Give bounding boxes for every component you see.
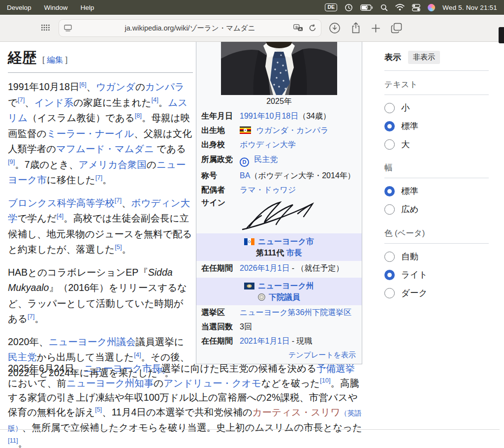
infobox-row-district: 選挙区 ニューヨーク第36州下院選挙区	[196, 305, 362, 320]
radio-option-color-dark[interactable]: ダーク	[384, 288, 489, 298]
wiki-link[interactable]: 民主党	[8, 352, 37, 362]
radio-icon[interactable]	[384, 204, 395, 215]
wiki-link[interactable]: アンドリュー・クオモ	[163, 378, 261, 388]
radio-option-text-small[interactable]: 小	[384, 102, 489, 113]
wiki-link[interactable]: ブロンクス科学高等学校	[8, 197, 115, 208]
wiki-link[interactable]: インド系	[34, 97, 73, 108]
wiki-link[interactable]: ラマ・ドゥワジ	[240, 186, 296, 194]
battery-icon[interactable]	[360, 4, 373, 11]
downloads-icon[interactable]	[329, 22, 341, 34]
text-run: （イスラム教徒）である	[28, 112, 135, 123]
text-run: HABとのコラボレーションEP『	[8, 267, 148, 278]
radio-icon[interactable]	[384, 288, 395, 298]
wiki-link[interactable]: ニューヨーク州議会	[48, 336, 135, 347]
assembly-seal-icon[interactable]	[258, 293, 265, 301]
wiki-link[interactable]: 2021年1月1日	[240, 337, 289, 345]
reference-link[interactable]: [10]	[320, 377, 330, 384]
office-title-link[interactable]: 下院議員	[269, 293, 300, 301]
reference-link[interactable]: [5]	[95, 406, 102, 413]
uganda-flag-icon[interactable]	[240, 127, 251, 134]
row-value: ボウディン大学	[240, 139, 357, 150]
radio-option-color-auto[interactable]: 自動	[384, 251, 489, 262]
input-source-indicator[interactable]: DE	[325, 3, 337, 11]
reference-link[interactable]: [8]	[135, 112, 142, 119]
signature-image[interactable]	[240, 198, 327, 231]
radio-icon[interactable]	[384, 270, 395, 280]
wiki-link[interactable]: アメリカ合衆国	[79, 159, 147, 170]
app-grid-icon[interactable]	[41, 25, 50, 32]
radio-option-width-standard[interactable]: 標準	[384, 186, 489, 196]
portrait-photo[interactable]	[221, 42, 337, 95]
radio-option-text-large[interactable]: 大	[384, 139, 489, 150]
democratic-party-icon[interactable]: D	[240, 158, 249, 167]
row-value-text: 民主党	[254, 155, 278, 163]
text-run: 、	[25, 97, 34, 108]
wiki-link[interactable]: マフムード・マムダニ	[56, 143, 154, 154]
reference-link[interactable]: [5]	[115, 243, 122, 251]
address-bar[interactable]: ja.wikipedia.org/wiki/ゾーラン・マムダニ	[59, 19, 321, 37]
radio-icon[interactable]	[384, 103, 395, 113]
reference-link[interactable]: [7]	[95, 174, 102, 181]
assistant-orb-icon[interactable]	[428, 4, 435, 11]
show-template-link[interactable]: テンプレートを表示	[196, 348, 362, 361]
hide-appearance-button[interactable]: 非表示	[408, 51, 440, 64]
menu-item-develop[interactable]: Develop	[7, 4, 32, 11]
wiki-link[interactable]: ミーラー・ナーイル	[46, 128, 134, 139]
text-run: の家庭に生まれた	[73, 97, 151, 108]
history-clock-icon[interactable]	[345, 3, 353, 12]
text-run: 、	[87, 81, 96, 92]
wiki-link[interactable]: ウガンダ	[96, 81, 135, 92]
wiki-link[interactable]: 1991年10月18日	[240, 112, 298, 120]
wiki-link[interactable]: ボウディン大学	[240, 140, 296, 149]
wiki-link[interactable]: カンパラ	[145, 81, 185, 92]
reference-link[interactable]: [6]	[79, 81, 86, 88]
share-icon[interactable]	[351, 22, 361, 34]
wifi-icon[interactable]	[395, 4, 405, 11]
radio-option-text-standard[interactable]: 標準	[384, 121, 489, 131]
macos-menu-bar: Develop Window Help DE Wed 5. Nov 21:51	[0, 0, 504, 15]
reference-link[interactable]: [4]	[151, 96, 158, 103]
menu-item-window[interactable]: Window	[44, 4, 68, 11]
reference-link[interactable]: [7]	[28, 313, 34, 320]
reference-link[interactable]: [4]	[134, 351, 141, 358]
office-org-link[interactable]: ニューヨーク市	[258, 237, 314, 246]
office-org-link[interactable]: ニューヨーク州	[258, 282, 314, 290]
menubar-clock[interactable]: Wed 5. Nov 21:51	[442, 4, 497, 11]
radio-option-color-light[interactable]: ライト	[384, 269, 489, 280]
reference-link[interactable]: [7]	[18, 96, 25, 103]
reference-link[interactable]: [4]	[57, 212, 63, 220]
wiki-link[interactable]: ウガンダ・カンパラ	[256, 126, 328, 134]
translate-icon[interactable]	[293, 24, 303, 32]
edit-link[interactable]: 編集	[47, 55, 63, 64]
wiki-link[interactable]: 民主党	[254, 155, 278, 163]
article-body: 経歴 [ 編集 ] 1991年10月18日[6]、ウガンダのカンパラで[7]、イ…	[8, 48, 193, 388]
new-tab-icon[interactable]	[371, 24, 380, 33]
control-center-icon[interactable]	[412, 4, 420, 11]
divider	[384, 243, 489, 244]
nyc-flag-icon[interactable]	[244, 238, 254, 245]
wiki-link[interactable]: 予備選挙	[316, 363, 355, 374]
reference-link[interactable]: [11]	[8, 437, 18, 444]
radio-icon[interactable]	[384, 186, 395, 196]
reload-icon[interactable]	[309, 24, 316, 32]
radio-icon[interactable]	[384, 139, 395, 150]
radio-icon[interactable]	[384, 121, 395, 131]
wiki-link[interactable]: ニューヨーク市長	[84, 363, 161, 374]
radio-icon[interactable]	[384, 252, 395, 262]
red-link[interactable]: カーティス・スリワ	[252, 407, 341, 417]
menu-item-help[interactable]: Help	[81, 4, 94, 11]
wiki-link[interactable]: BA	[240, 171, 250, 180]
wiki-link[interactable]: ニューヨーク第36州下院選挙区	[240, 308, 351, 317]
radio-option-width-wide[interactable]: 広め	[384, 204, 489, 215]
text-run: - （就任予定）	[289, 264, 344, 272]
infobox-row-wins: 当選回数 3回	[196, 320, 362, 334]
spotlight-search-icon[interactable]	[380, 4, 388, 11]
tab-overview-icon[interactable]	[391, 23, 402, 33]
new-york-state-flag-icon[interactable]	[244, 283, 254, 289]
wiki-link[interactable]: ニューヨーク州知事	[66, 378, 154, 388]
office-title-link[interactable]: 市長	[286, 249, 302, 257]
reference-link[interactable]: [7]	[115, 196, 122, 204]
text-run: などを破った	[261, 378, 320, 388]
wiki-link[interactable]: 2026年1月1日	[240, 264, 289, 272]
reference-link[interactable]: [9]	[8, 158, 15, 165]
